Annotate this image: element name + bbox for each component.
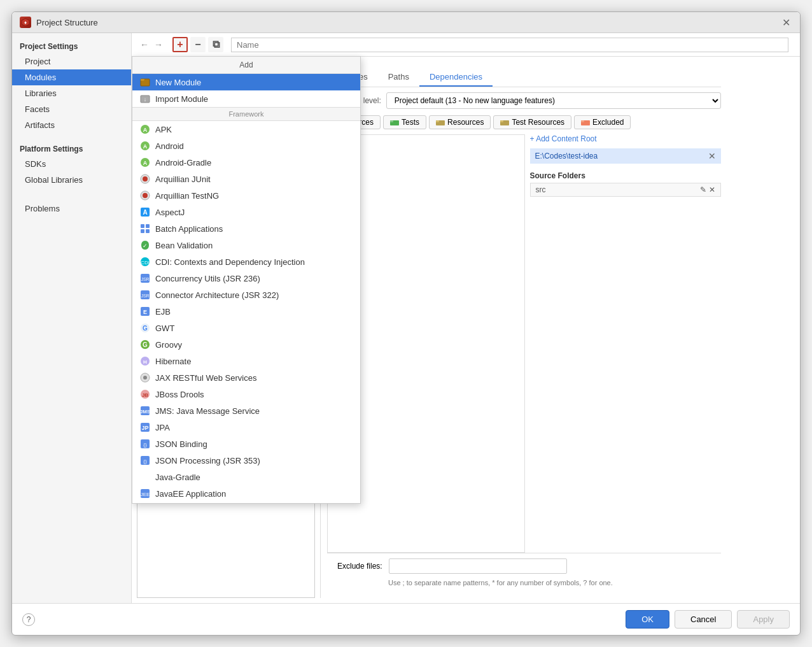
svg-text:JMS: JMS <box>140 409 150 415</box>
remove-button[interactable]: − <box>190 37 206 52</box>
sdk-row: Language level: Project default (13 - No… <box>327 92 721 109</box>
tests-tab[interactable]: Tests <box>383 115 426 129</box>
ok-button[interactable]: OK <box>626 610 669 629</box>
resources-tab[interactable]: Resources <box>429 115 491 129</box>
framework-java-gradle[interactable]: Java-Gradle <box>132 469 360 485</box>
gwt-label: GWT <box>155 324 174 333</box>
arquillian-testng-label: Arquillian TestNG <box>155 191 219 201</box>
test-resources-folder-icon <box>500 119 509 125</box>
framework-apk[interactable]: A APK <box>132 121 360 138</box>
sidebar-item-libraries[interactable]: Libraries <box>12 85 131 101</box>
tab-paths[interactable]: Paths <box>378 68 419 87</box>
java-gradle-icon <box>140 472 150 482</box>
framework-aspectj[interactable]: A AspectJ <box>132 204 360 220</box>
jboss-icon: JB <box>140 389 150 399</box>
framework-cdi[interactable]: CDI CDI: Contexts and Dependency Injecti… <box>132 253 360 270</box>
close-button[interactable]: ✕ <box>780 16 792 29</box>
svg-text:G: G <box>143 341 148 348</box>
dropdown-new-module[interactable]: New Module <box>132 74 360 90</box>
add-content-root-label: + Add Content Root <box>530 134 597 143</box>
language-level-dropdown[interactable]: Project default (13 - No new language fe… <box>386 92 721 109</box>
framework-jboss-drools[interactable]: JB JBoss Drools <box>132 386 360 402</box>
sidebar-item-sdks[interactable]: SDKs <box>12 156 131 172</box>
content-area: ← → + − ⧉ Add <box>132 33 800 603</box>
framework-batch[interactable]: Batch Applications <box>132 220 360 237</box>
svg-point-16 <box>143 193 148 198</box>
apply-button[interactable]: Apply <box>737 610 790 629</box>
svg-text:{}: {} <box>143 459 147 464</box>
svg-text:JSR: JSR <box>141 277 149 281</box>
add-content-root-btn[interactable]: + Add Content Root <box>530 134 722 143</box>
groovy-label: Groovy <box>155 340 182 350</box>
project-settings-label: Project Settings <box>12 38 131 53</box>
source-folders-section: Source Folders src ✎ ✕ <box>530 171 722 197</box>
framework-list: A APK A Android A <box>132 121 360 503</box>
svg-rect-20 <box>146 224 150 228</box>
json-processing-label: JSON Processing (JSR 353) <box>155 456 260 466</box>
resources-folder-icon <box>436 119 445 125</box>
sidebar-item-global-libraries[interactable]: Global Libraries <box>12 172 131 188</box>
close-path-btn[interactable]: ✕ <box>708 151 716 161</box>
connector-label: Connector Architecture (JSR 322) <box>155 290 279 300</box>
excluded-tab[interactable]: Excluded <box>574 115 631 129</box>
jax-icon <box>140 373 150 383</box>
framework-ejb[interactable]: E EJB <box>132 303 360 320</box>
dropdown-import-module[interactable]: ↓ Import Module <box>132 90 360 107</box>
framework-android[interactable]: A Android <box>132 138 360 154</box>
svg-point-39 <box>143 376 147 380</box>
framework-jax-rest[interactable]: JAX RESTful Web Services <box>132 369 360 386</box>
forward-arrow[interactable]: → <box>152 39 165 50</box>
import-module-label: Import Module <box>155 94 208 104</box>
toolbar: ← → + − ⧉ Add <box>132 33 800 57</box>
svg-rect-64 <box>436 120 439 122</box>
framework-hibernate[interactable]: H Hibernate <box>132 353 360 369</box>
framework-connector[interactable]: JSR Connector Architecture (JSR 322) <box>132 287 360 303</box>
src-remove-btn[interactable]: ✕ <box>709 185 715 194</box>
sidebar-item-facets[interactable]: Facets <box>12 101 131 117</box>
nav-arrows: ← → <box>138 39 165 50</box>
back-arrow[interactable]: ← <box>138 39 151 50</box>
svg-text:G: G <box>143 325 148 332</box>
sidebar-item-project[interactable]: Project <box>12 53 131 69</box>
import-module-icon: ↓ <box>140 94 150 104</box>
framework-groovy[interactable]: G Groovy <box>132 336 360 353</box>
cancel-button[interactable]: Cancel <box>675 610 732 629</box>
add-button[interactable]: + <box>172 37 188 52</box>
groovy-icon: G <box>140 339 150 350</box>
framework-jms[interactable]: JMS JMS: Java Message Service <box>132 402 360 419</box>
sidebar-item-artifacts[interactable]: Artifacts <box>12 117 131 133</box>
module-name-input[interactable] <box>231 38 788 52</box>
svg-rect-4 <box>144 80 146 82</box>
svg-rect-66 <box>500 120 503 122</box>
svg-text:JEE: JEE <box>141 492 150 497</box>
framework-javaee-security[interactable]: SEC JavaEE Security <box>132 502 360 503</box>
sidebar-item-modules[interactable]: Modules <box>12 69 131 85</box>
svg-rect-68 <box>581 120 584 122</box>
framework-arquillian-junit[interactable]: Arquillian JUnit <box>132 171 360 187</box>
ejb-label: EJB <box>155 307 171 316</box>
svg-text:A: A <box>143 160 148 166</box>
framework-json-processing[interactable]: {} JSON Processing (JSR 353) <box>132 452 360 469</box>
json-binding-label: JSON Binding <box>155 439 207 449</box>
framework-bean-validation[interactable]: ✓ Bean Validation <box>132 237 360 253</box>
test-resources-tab[interactable]: Test Resources <box>493 115 571 129</box>
framework-gwt[interactable]: G GWT <box>132 320 360 336</box>
exclude-input[interactable] <box>389 558 567 574</box>
framework-json-binding[interactable]: {} JSON Binding <box>132 436 360 452</box>
dialog-title: Project Structure <box>36 18 98 27</box>
framework-arquillian-testng[interactable]: Arquillian TestNG <box>132 187 360 204</box>
apk-icon: A <box>140 124 150 134</box>
svg-rect-22 <box>146 229 150 233</box>
src-edit-btn[interactable]: ✎ <box>700 185 706 194</box>
framework-jpa[interactable]: JP JPA <box>132 419 360 436</box>
concurrency-icon: JSR <box>140 273 150 283</box>
help-button[interactable]: ? <box>22 613 35 626</box>
excluded-folder-icon <box>581 119 590 125</box>
copy-button[interactable]: ⧉ <box>208 37 223 52</box>
framework-javaee-app[interactable]: JEE JavaEE Application <box>132 485 360 502</box>
tab-dependencies[interactable]: Dependencies <box>419 68 493 87</box>
framework-concurrency[interactable]: JSR Concurrency Utils (JSR 236) <box>132 270 360 287</box>
javaee-app-icon: JEE <box>140 488 150 499</box>
framework-android-gradle[interactable]: A Android-Gradle <box>132 154 360 171</box>
sidebar-item-problems[interactable]: Problems <box>12 201 131 217</box>
